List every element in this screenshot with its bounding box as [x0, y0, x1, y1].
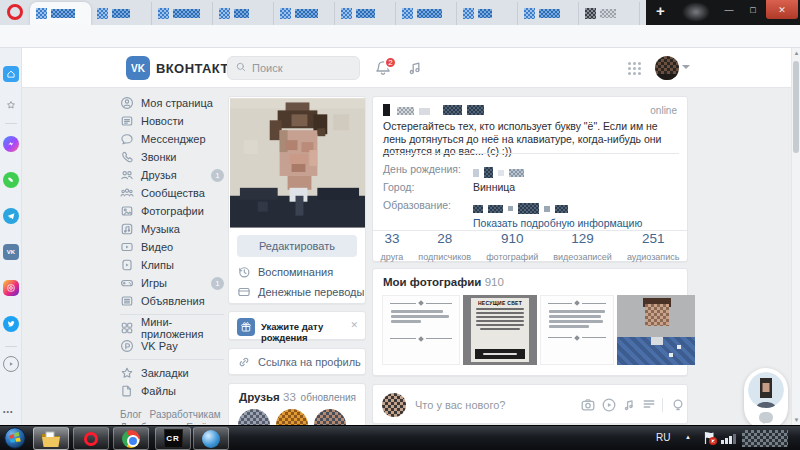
taskbar-chrome-button[interactable] — [113, 427, 149, 450]
edit-profile-button[interactable]: Редактировать — [237, 235, 357, 257]
photo-poster[interactable]: НЕСУЩИЕ СВЕТ — [463, 295, 537, 365]
taskbar-blue-app-button[interactable] — [193, 427, 229, 450]
status-text[interactable]: Остерегайтесь тех, кто использует букву … — [383, 120, 681, 158]
menu-item-calls[interactable]: Звонки — [120, 148, 224, 166]
menu-item-friends[interactable]: Друзья1 — [120, 166, 224, 184]
instagram-icon[interactable] — [3, 280, 19, 296]
profile-photo-pixelated[interactable] — [230, 98, 365, 228]
search-box[interactable] — [227, 56, 360, 80]
browser-tab[interactable] — [152, 2, 213, 25]
new-tab-button[interactable]: + — [656, 2, 665, 19]
menu-item-news[interactable]: Новости — [120, 112, 224, 130]
counter-photos[interactable]: 910фотографий — [486, 231, 538, 264]
menu-item-vk-pay[interactable]: VK Pay — [120, 337, 224, 355]
menu-item-clips[interactable]: Клипы — [120, 256, 224, 274]
menu-item-video[interactable]: Видео — [120, 238, 224, 256]
browser-tab[interactable] — [396, 2, 457, 25]
language-indicator[interactable]: RU — [656, 432, 670, 443]
opera-logo-icon[interactable] — [7, 4, 23, 20]
browser-tab[interactable] — [335, 2, 396, 25]
taskbar-explorer-button[interactable] — [33, 427, 69, 450]
scrollbar-thumb[interactable] — [793, 61, 799, 153]
chrome-icon — [122, 430, 140, 448]
money-transfers-link[interactable]: Денежные переводы — [237, 283, 364, 301]
photo-aphorism-card[interactable] — [540, 295, 614, 365]
window-minimize-button[interactable]: — — [718, 0, 740, 19]
menu-item-games[interactable]: Игры1 — [120, 274, 224, 292]
browser-tab[interactable] — [213, 2, 274, 25]
scroll-up-arrow[interactable]: ▲ — [792, 50, 800, 56]
browser-tab[interactable] — [457, 2, 518, 25]
menu-item-files[interactable]: Файлы — [120, 382, 224, 400]
screen: + — □ ✕ VK — [0, 0, 800, 450]
attach-article-icon[interactable] — [641, 397, 657, 413]
action-center-flag-icon[interactable] — [702, 430, 718, 450]
vk-wordmark[interactable]: ВКОНТАКТЕ — [156, 61, 238, 76]
browser-tab[interactable] — [91, 2, 152, 25]
photo-aphorism-card[interactable] — [382, 295, 460, 365]
telegram-icon[interactable] — [3, 208, 19, 224]
taskbar-cr-app-button[interactable]: CR — [155, 427, 191, 450]
menu-item-communities[interactable]: Сообщества — [120, 184, 224, 202]
taskbar-opera-button[interactable] — [73, 427, 109, 450]
bookmarks-star-icon[interactable] — [3, 97, 19, 113]
menu-item-my-page[interactable]: Моя страница — [120, 94, 224, 112]
start-button[interactable] — [4, 427, 26, 450]
music-icon[interactable] — [406, 59, 424, 81]
menu-item-messenger[interactable]: Мессенджер — [120, 130, 224, 148]
tray-expand-arrow[interactable]: ▲ — [685, 434, 691, 440]
page-scrollbar[interactable]: ▲ ▼ — [791, 48, 800, 425]
counter-followers[interactable]: 28подписчиков — [418, 231, 471, 264]
messenger-dock-widget[interactable] — [744, 368, 788, 430]
chevron-down-icon[interactable] — [682, 65, 690, 73]
profile-link-card[interactable]: Ссылка на профиль — [228, 348, 366, 375]
search-input[interactable] — [252, 62, 352, 74]
close-icon[interactable]: ✕ — [350, 320, 358, 330]
footer-link-developers[interactable]: Разработчикам — [150, 409, 221, 420]
ornament — [548, 301, 606, 305]
post-composer-card[interactable]: Что у вас нового? — [372, 384, 688, 424]
sidebar-more-icon[interactable]: ••• — [3, 408, 13, 415]
menu-item-photos[interactable]: Фотографии — [120, 202, 224, 220]
chat-contact-avatar[interactable] — [748, 372, 784, 408]
apps-grid-icon[interactable] — [628, 62, 641, 75]
home-speed-dial-icon[interactable] — [3, 66, 19, 82]
menu-item-bookmarks[interactable]: Закладки — [120, 364, 224, 382]
browser-tab[interactable] — [30, 2, 91, 25]
friends-title[interactable]: Друзья 33 — [239, 391, 296, 403]
whatsapp-icon[interactable] — [3, 172, 19, 188]
birthday-prompt-card[interactable]: Укажите дату рождения ✕ — [228, 311, 366, 340]
network-signal-icon[interactable] — [721, 434, 736, 444]
attach-music-icon[interactable] — [621, 397, 637, 413]
counter-videos[interactable]: 129видеозаписей — [553, 231, 612, 264]
footer-link-blog[interactable]: Блог — [120, 409, 142, 420]
show-more-info-link[interactable]: Показать подробную информацию — [473, 217, 642, 229]
browser-tab[interactable] — [579, 2, 640, 25]
memories-link[interactable]: Воспоминания — [237, 263, 333, 281]
friends-updates-link[interactable]: обновления — [301, 392, 356, 403]
vk-sidebar-icon[interactable]: VK — [3, 244, 19, 260]
scroll-down-arrow[interactable]: ▼ — [792, 417, 800, 423]
photo-portrait[interactable] — [617, 295, 695, 365]
idea-lamp-icon[interactable] — [670, 397, 686, 413]
window-maximize-button[interactable]: □ — [742, 0, 764, 19]
city-value[interactable]: Винница — [473, 181, 515, 193]
composer-placeholder[interactable]: Что у вас нового? — [415, 399, 505, 411]
menu-item-ads[interactable]: Объявления — [120, 292, 224, 310]
browser-tab[interactable] — [274, 2, 335, 25]
header-avatar[interactable] — [655, 56, 679, 80]
counter-audio[interactable]: 251аудиозапись — [627, 231, 680, 264]
window-close-button[interactable]: ✕ — [766, 0, 798, 19]
attach-photo-icon[interactable] — [580, 397, 596, 413]
sidebar-divider — [5, 346, 17, 347]
browser-tab[interactable] — [518, 2, 579, 25]
counter-friends[interactable]: 33друга — [381, 231, 404, 264]
menu-item-music[interactable]: Музыка — [120, 220, 224, 238]
attach-video-icon[interactable] — [601, 397, 617, 413]
player-icon[interactable] — [3, 356, 19, 372]
facebook-messenger-icon[interactable] — [3, 136, 19, 152]
menu-item-mini-apps[interactable]: Мини-приложения — [120, 319, 224, 337]
my-photos-title[interactable]: Мои фотографии 910 — [383, 276, 504, 288]
twitter-icon[interactable] — [3, 316, 19, 332]
vk-logo-icon[interactable]: VK — [126, 56, 150, 80]
